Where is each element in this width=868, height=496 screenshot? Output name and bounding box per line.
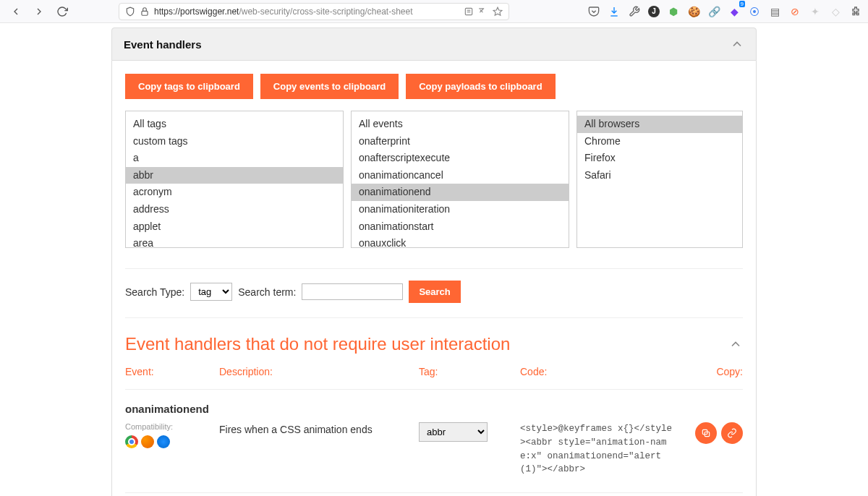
browser-toolbar: https://portswigger.net/web-security/cro…	[0, 0, 868, 23]
ext-purple-icon[interactable]: ◆9	[728, 5, 741, 18]
ext-j-icon[interactable]: J	[648, 6, 660, 17]
copy-link-button[interactable]	[721, 422, 743, 444]
list-item[interactable]: All tags	[126, 116, 343, 133]
forward-button[interactable]	[29, 1, 49, 22]
copy-payloads-button[interactable]: Copy payloads to clipboard	[406, 74, 555, 99]
download-icon[interactable]	[608, 5, 621, 18]
result-code: <style>@keyframes x{}</style><abbr style…	[520, 422, 685, 476]
ext-gray2-icon[interactable]: ◇	[829, 5, 842, 18]
ext-translate-icon[interactable]: ⦿	[748, 5, 761, 18]
lock-icon	[140, 7, 150, 17]
list-item[interactable]: All browsers	[577, 116, 742, 133]
ext-cookie-icon[interactable]: 🍪	[687, 5, 700, 18]
section-no-interaction-header[interactable]: Event handlers that do not require user …	[125, 318, 743, 362]
ext-note-icon[interactable]: ▤	[768, 5, 781, 18]
col-desc: Description:	[219, 366, 419, 377]
translate-icon[interactable]	[478, 7, 488, 17]
list-item[interactable]: acronym	[126, 184, 343, 201]
list-item[interactable]: onauxclick	[352, 235, 569, 248]
compat-label: Compatibility:	[125, 422, 219, 431]
col-copy: Copy:	[685, 366, 743, 377]
copy-events-button[interactable]: Copy events to clipboard	[260, 74, 399, 99]
search-term-label: Search term:	[238, 286, 296, 298]
result-event-name: onanimationend	[125, 403, 743, 415]
wrench-icon[interactable]	[628, 5, 641, 18]
chrome-icon	[125, 435, 138, 448]
bookmark-star-icon[interactable]	[493, 7, 503, 17]
events-listbox[interactable]: All eventsonafterprintonafterscriptexecu…	[351, 111, 569, 248]
list-item[interactable]: custom tags	[126, 133, 343, 150]
list-item[interactable]: onanimationstart	[352, 218, 569, 236]
search-type-label: Search Type:	[125, 286, 184, 298]
shield-icon	[125, 7, 135, 17]
search-button[interactable]: Search	[409, 281, 460, 303]
svg-rect-0	[142, 11, 148, 15]
list-item[interactable]: onafterscriptexecute	[352, 150, 569, 167]
ext-gray1-icon[interactable]: ✦	[809, 5, 822, 18]
reader-icon[interactable]	[464, 7, 474, 17]
result-row: onanimationend Compatibility: Fires when…	[125, 390, 743, 493]
chevron-up-icon	[728, 337, 743, 351]
url-bar[interactable]: https://portswigger.net/web-security/cro…	[119, 3, 509, 20]
toolbar-extensions: J ⬢ 🍪 🔗 ◆9 ⦿ ▤ ⊘ ✦ ◇	[587, 5, 862, 18]
list-item[interactable]: onanimationcancel	[352, 167, 569, 184]
ext-link-icon[interactable]: 🔗	[707, 5, 720, 18]
col-event: Event:	[125, 366, 219, 377]
search-type-select[interactable]: tag	[190, 283, 232, 301]
panel-body: Copy tags to clipboard Copy events to cl…	[111, 61, 757, 496]
list-item[interactable]: address	[126, 201, 343, 218]
url-text: https://portswigger.net/web-security/cro…	[154, 7, 459, 17]
back-button[interactable]	[6, 1, 26, 22]
list-item[interactable]: area	[126, 235, 343, 248]
tags-listbox[interactable]: All tagscustom tagsaabbracronymaddressap…	[125, 111, 344, 248]
list-item[interactable]: All events	[352, 116, 569, 133]
firefox-icon	[141, 435, 154, 448]
list-item[interactable]: Chrome	[577, 133, 742, 150]
search-term-input[interactable]	[302, 283, 403, 300]
extensions-menu-icon[interactable]	[849, 5, 862, 18]
list-item[interactable]: Firefox	[577, 150, 742, 167]
panel-title: Event handlers	[124, 38, 202, 51]
panel-header-event-handlers[interactable]: Event handlers	[111, 27, 757, 61]
copy-code-button[interactable]	[695, 422, 717, 444]
col-code: Code:	[520, 366, 685, 377]
list-item[interactable]: Safari	[577, 167, 742, 184]
browsers-listbox[interactable]: All browsersChromeFirefoxSafari	[576, 111, 743, 248]
list-item[interactable]: applet	[126, 218, 343, 236]
list-item[interactable]: abbr	[126, 167, 343, 184]
copy-tags-button[interactable]: Copy tags to clipboard	[125, 74, 253, 99]
svg-marker-4	[493, 7, 502, 15]
ext-green-icon[interactable]: ⬢	[667, 5, 680, 18]
list-item[interactable]: onanimationiteration	[352, 201, 569, 218]
list-item[interactable]: onafterprint	[352, 133, 569, 150]
reload-button[interactable]	[52, 1, 72, 22]
safari-icon	[157, 435, 170, 448]
result-description: Fires when a CSS animation ends	[219, 422, 419, 435]
ext-block-icon[interactable]: ⊘	[788, 5, 801, 18]
chevron-up-icon	[730, 37, 744, 51]
search-row: Search Type: tag Search term: Search	[125, 278, 743, 318]
pocket-icon[interactable]	[587, 5, 600, 18]
result-tag-select[interactable]: abbr	[419, 422, 488, 442]
col-tag: Tag:	[419, 366, 520, 377]
list-item[interactable]: onanimationend	[352, 184, 569, 201]
table-header: Event: Description: Tag: Code: Copy:	[125, 362, 743, 390]
section-title: Event handlers that do not require user …	[125, 334, 510, 354]
section-require-interaction-header[interactable]: Event handlers that do require user inte…	[125, 493, 743, 496]
list-item[interactable]: a	[126, 150, 343, 167]
